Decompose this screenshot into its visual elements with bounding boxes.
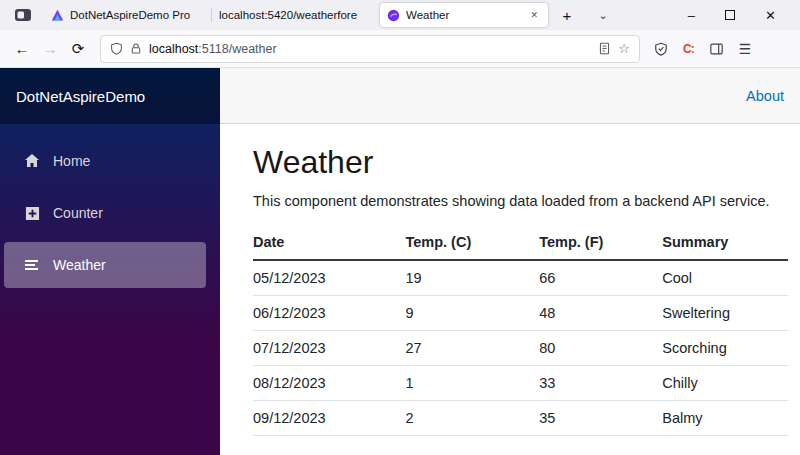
- cell-temp-f: 80: [539, 331, 662, 366]
- maximize-button[interactable]: [725, 10, 735, 20]
- sidebars-icon[interactable]: [709, 42, 724, 56]
- plus-square-icon: [24, 206, 40, 221]
- close-tab-icon[interactable]: ✕: [527, 8, 541, 22]
- cell-temp-f: 33: [539, 366, 662, 401]
- table-row: 06/12/2023 9 48 Sweltering: [253, 296, 788, 331]
- cell-date: 06/12/2023: [253, 296, 405, 331]
- table-row: 08/12/2023 1 33 Chilly: [253, 366, 788, 401]
- sidebar-item-label: Weather: [53, 257, 106, 273]
- menu-hamburger-icon[interactable]: ☰: [739, 41, 752, 57]
- url-host: localhost: [149, 42, 198, 56]
- main-area: About Weather This component demonstrate…: [220, 68, 800, 455]
- new-tab-button[interactable]: +: [554, 3, 580, 27]
- reader-mode-icon[interactable]: [598, 42, 611, 55]
- cell-summary: Cool: [662, 260, 788, 296]
- close-window-button[interactable]: ✕: [765, 9, 776, 22]
- sidebar-item-weather[interactable]: Weather: [4, 242, 206, 288]
- page-title: Weather: [253, 144, 788, 181]
- table-row: 05/12/2023 19 66 Cool: [253, 260, 788, 296]
- bookmark-star-icon[interactable]: ☆: [618, 41, 630, 56]
- tab-strip: DotNetAspireDemo Pro localhost:5420/weat…: [0, 0, 800, 30]
- header-summary: Summary: [662, 225, 788, 260]
- home-icon: [24, 153, 40, 169]
- sidebar: DotNetAspireDemo Home Counter: [0, 68, 220, 455]
- back-button[interactable]: ←: [8, 35, 36, 63]
- cell-temp-c: 2: [405, 401, 539, 436]
- cell-temp-c: 1: [405, 366, 539, 401]
- url-bar[interactable]: localhost:5118/weather ☆: [100, 35, 640, 63]
- tab-weatherforecast[interactable]: localhost:5420/weatherfore: [212, 3, 380, 27]
- cell-date: 07/12/2023: [253, 331, 405, 366]
- list-tabs-chevron-icon[interactable]: ⌄: [590, 3, 616, 27]
- tracking-protection-shield-icon[interactable]: [110, 42, 123, 55]
- toolbar-extensions: C: ☰: [654, 41, 751, 57]
- cell-date: 09/12/2023: [253, 401, 405, 436]
- weather-table: Date Temp. (C) Temp. (F) Summary 05/12/2…: [253, 225, 788, 436]
- weather-article: Weather This component demonstrates show…: [220, 124, 800, 436]
- url-path: :5118/weather: [198, 42, 276, 56]
- sidebar-item-counter[interactable]: Counter: [4, 190, 206, 236]
- table-header-row: Date Temp. (C) Temp. (F) Summary: [253, 225, 788, 260]
- cell-temp-c: 9: [405, 296, 539, 331]
- sidebar-item-label: Home: [53, 153, 90, 169]
- browser-window: DotNetAspireDemo Pro localhost:5420/weat…: [0, 0, 800, 455]
- window-controls: – ✕: [688, 9, 790, 22]
- protections-shield-icon[interactable]: [654, 42, 668, 56]
- url-text: localhost:5118/weather: [149, 42, 277, 56]
- list-icon: [24, 257, 40, 273]
- forward-button[interactable]: →: [36, 35, 64, 63]
- cell-temp-f: 66: [539, 260, 662, 296]
- table-row: 07/12/2023 27 80 Scorching: [253, 331, 788, 366]
- header-temp-f: Temp. (F): [539, 225, 662, 260]
- tab-weather-active[interactable]: Weather ✕: [380, 3, 548, 27]
- page-content: DotNetAspireDemo Home Counter: [0, 68, 800, 455]
- cell-temp-f: 35: [539, 401, 662, 436]
- blazor-icon: [387, 9, 400, 22]
- cell-date: 08/12/2023: [253, 366, 405, 401]
- sidebar-item-label: Counter: [53, 205, 103, 221]
- tab-aspire-dashboard[interactable]: DotNetAspireDemo Pro: [44, 3, 212, 27]
- aspire-icon: [51, 9, 64, 22]
- page-description: This component demonstrates showing data…: [253, 193, 788, 209]
- firefox-view-button[interactable]: [10, 3, 36, 27]
- firefox-view-icon: [14, 7, 32, 23]
- cell-summary: Scorching: [662, 331, 788, 366]
- brand-title: DotNetAspireDemo: [0, 68, 220, 124]
- cell-summary: Balmy: [662, 401, 788, 436]
- tab-label: Weather: [406, 9, 521, 21]
- browser-toolbar: ← → ⟳ localhost:5118/weather ☆: [0, 30, 800, 68]
- header-temp-c: Temp. (C): [405, 225, 539, 260]
- cell-summary: Chilly: [662, 366, 788, 401]
- reload-button[interactable]: ⟳: [64, 35, 92, 63]
- tab-label: localhost:5420/weatherfore: [219, 9, 373, 21]
- top-row: About: [220, 68, 800, 124]
- header-date: Date: [253, 225, 405, 260]
- cell-date: 05/12/2023: [253, 260, 405, 296]
- padlock-icon[interactable]: [130, 42, 142, 55]
- extension-icon[interactable]: C:: [683, 42, 694, 56]
- cell-summary: Sweltering: [662, 296, 788, 331]
- cell-temp-f: 48: [539, 296, 662, 331]
- minimize-button[interactable]: –: [688, 9, 695, 22]
- sidebar-item-home[interactable]: Home: [4, 138, 206, 184]
- table-row: 09/12/2023 2 35 Balmy: [253, 401, 788, 436]
- cell-temp-c: 19: [405, 260, 539, 296]
- about-link[interactable]: About: [746, 88, 784, 104]
- sidebar-nav: Home Counter Weather: [0, 124, 220, 288]
- tab-label: DotNetAspireDemo Pro: [70, 9, 205, 21]
- cell-temp-c: 27: [405, 331, 539, 366]
